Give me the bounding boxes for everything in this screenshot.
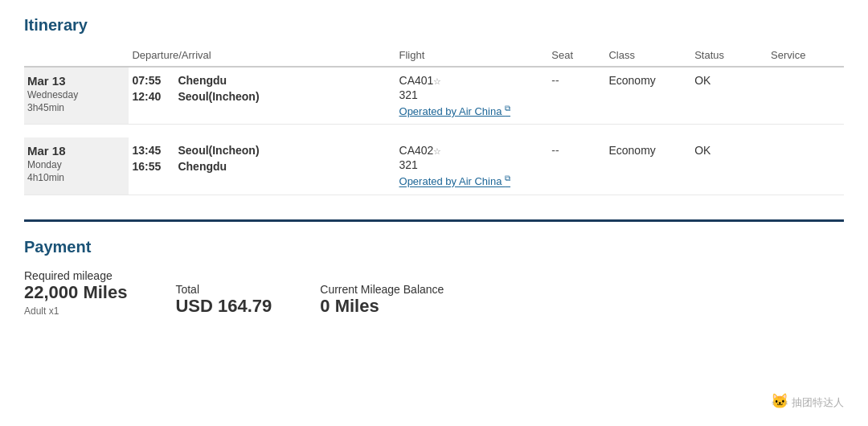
arr-time: 12:40 — [132, 90, 168, 103]
col-header-status: Status — [691, 44, 768, 67]
status-cell: OK — [691, 67, 768, 125]
col-header-class: Class — [605, 44, 691, 67]
seat-cell: -- — [548, 137, 605, 195]
col-header-flight: Flight — [396, 44, 549, 67]
watermark: 🐱 抽团特达人 — [771, 392, 844, 410]
payment-label: Current Mileage Balance — [320, 283, 444, 296]
dep-city: Seoul(Incheon) — [178, 144, 259, 157]
arr-time: 16:55 — [132, 160, 168, 173]
table-row: Mar 18 Monday 4h10min 13:45 Seoul(Incheo… — [24, 137, 844, 195]
departure-line: 13:45 Seoul(Incheon) — [132, 144, 389, 157]
external-link-icon: ⧉ — [505, 104, 510, 113]
payment-item: Required mileage 22,000 Miles Adult x1 — [24, 269, 127, 317]
payment-label: Required mileage — [24, 269, 113, 282]
itinerary-table: Departure/Arrival Flight Seat Class Stat… — [24, 44, 844, 195]
col-header-seat: Seat — [548, 44, 605, 67]
col-header-service: Service — [768, 44, 844, 67]
dep-time: 07:55 — [132, 74, 168, 87]
flight-number: CA402☆ — [399, 144, 542, 157]
col-header-empty — [24, 44, 129, 67]
date-main: Mar 13 — [27, 74, 122, 88]
payment-value: USD 164.79 — [175, 296, 272, 317]
external-link-icon: ⧉ — [505, 174, 510, 182]
star-icon: ☆ — [433, 76, 441, 86]
payment-grid: Required mileage 22,000 Miles Adult x1 T… — [24, 269, 844, 317]
itinerary-section: Itinerary Departure/Arrival Flight Seat … — [24, 16, 844, 195]
payment-item: Current Mileage Balance 0 Miles — [320, 283, 444, 317]
operated-by-link[interactable]: Operated by Air China ⧉ — [399, 104, 511, 117]
date-duration: 4h10min — [27, 172, 122, 183]
arrival-line: 12:40 Seoul(Incheon) — [132, 90, 389, 103]
flight-cell: CA401☆ 321 Operated by Air China ⧉ — [396, 67, 549, 125]
flight-cell: CA402☆ 321 Operated by Air China ⧉ — [396, 137, 549, 195]
payment-title: Payment — [24, 238, 844, 256]
status-cell: OK — [691, 137, 768, 195]
dep-arr-cell: 13:45 Seoul(Incheon) 16:55 Chengdu — [129, 137, 395, 195]
payment-item: Total USD 164.79 — [175, 283, 272, 317]
aircraft-type: 321 — [399, 88, 542, 101]
flight-number: CA401☆ — [399, 74, 542, 87]
date-cell: Mar 18 Monday 4h10min — [24, 137, 129, 195]
arrival-line: 16:55 Chengdu — [132, 160, 389, 173]
table-row: Mar 13 Wednesday 3h45min 07:55 Chengdu 1… — [24, 67, 844, 125]
service-cell — [768, 137, 844, 195]
col-header-dep-arr: Departure/Arrival — [129, 44, 395, 67]
payment-value: 0 Miles — [320, 296, 444, 317]
itinerary-title: Itinerary — [24, 16, 844, 35]
payment-value: 22,000 Miles — [24, 282, 127, 303]
dep-time: 13:45 — [132, 144, 168, 157]
class-cell: Economy — [605, 137, 691, 195]
payment-section: Payment Required mileage 22,000 Miles Ad… — [24, 238, 844, 317]
arr-city: Seoul(Incheon) — [178, 90, 259, 103]
date-day: Monday — [27, 159, 122, 170]
section-divider — [24, 219, 844, 222]
dep-city: Chengdu — [178, 74, 227, 87]
service-cell — [768, 67, 844, 125]
date-cell: Mar 13 Wednesday 3h45min — [24, 67, 129, 125]
payment-sub: Adult x1 — [24, 305, 127, 317]
date-day: Wednesday — [27, 89, 122, 100]
dep-arr-cell: 07:55 Chengdu 12:40 Seoul(Incheon) — [129, 67, 395, 125]
star-icon: ☆ — [433, 146, 441, 156]
date-main: Mar 18 — [27, 144, 122, 158]
row-spacer — [24, 125, 844, 138]
date-duration: 3h45min — [27, 102, 122, 113]
operated-by-link[interactable]: Operated by Air China ⧉ — [399, 174, 511, 187]
seat-cell: -- — [548, 67, 605, 125]
aircraft-type: 321 — [399, 158, 542, 171]
departure-line: 07:55 Chengdu — [132, 74, 389, 87]
class-cell: Economy — [605, 67, 691, 125]
payment-label: Total — [175, 283, 199, 296]
arr-city: Chengdu — [178, 160, 227, 173]
